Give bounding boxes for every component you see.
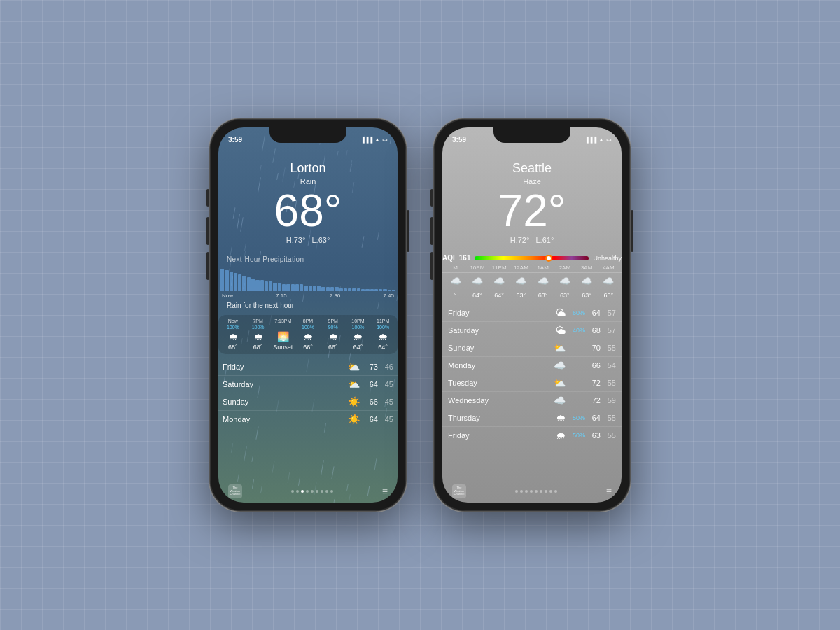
- page-dot[interactable]: [540, 490, 542, 493]
- notch-2: [493, 127, 570, 143]
- p1-daily-forecast: Friday ⛅ 73 46 Saturday ⛅ 64 45 Sunday ☀…: [218, 358, 398, 428]
- page-dot[interactable]: [554, 490, 557, 493]
- precip-label-745: 7:45: [383, 293, 394, 299]
- hour-item: 7:13PM -- 🌅 Sunset: [270, 318, 295, 351]
- notch: [270, 127, 346, 143]
- hourly-temp-item: 63°: [598, 292, 620, 299]
- daily-row: Wednesday ☁️ 72 59: [442, 392, 622, 410]
- hourly-label: 10PM: [466, 265, 488, 271]
- hourly-temp-item: 64°: [489, 292, 510, 299]
- power-button-2[interactable]: [631, 210, 634, 252]
- p2-hourly-temps: °64°64°63°63°63°63°63°: [442, 289, 622, 302]
- page-dot[interactable]: [311, 490, 314, 493]
- aqi-dot: [545, 255, 552, 262]
- p2-hourly-icons: ☁️☁️☁️☁️☁️☁️☁️☁️: [442, 273, 622, 289]
- page-dot[interactable]: [530, 490, 533, 493]
- daily-row: Friday 🌥 60% 64 57: [442, 304, 622, 322]
- status-time-1: 3:59: [228, 136, 242, 144]
- p1-hi-lo: H:73° L:63°: [286, 236, 330, 244]
- p1-condition: Rain: [300, 177, 316, 186]
- mute-button-2[interactable]: [430, 189, 433, 206]
- p2-city: Seattle: [512, 161, 552, 176]
- phone-1-screen: 3:59 ▐▐▐ ▲ ▭ Lorton Rain 68° H:73° L:63°…: [218, 127, 398, 503]
- phone-2-content: Seattle Haze 72° H:72° L:61° AQI 161 Unh…: [442, 147, 622, 503]
- hourly-label: 12AM: [510, 265, 532, 271]
- p1-section-label: Next-Hour Precipitation: [218, 255, 304, 263]
- page-dot[interactable]: [330, 490, 333, 493]
- aqi-status: Unhealthy: [593, 255, 622, 262]
- daily-row: Saturday 🌥 40% 68 57: [442, 322, 622, 340]
- precip-bars: [220, 266, 396, 291]
- menu-icon-1[interactable]: ≡: [382, 486, 388, 497]
- phone-1-background: 3:59 ▐▐▐ ▲ ▭ Lorton Rain 68° H:73° L:63°…: [218, 127, 398, 503]
- daily-row: Thursday 🌧 50% 64 55: [442, 410, 622, 427]
- p2-condition: Haze: [523, 177, 541, 186]
- volume-up-button[interactable]: [206, 217, 209, 245]
- hourly-temp-item: 63°: [510, 292, 532, 299]
- p1-rain-message: Rain for the next hour: [218, 302, 294, 309]
- signal-icon: ▐▐▐: [360, 136, 372, 143]
- hourly-icon-item: ☁️: [598, 276, 620, 286]
- page-dot[interactable]: [316, 490, 318, 493]
- daily-row: Monday ☁️ 66 54: [442, 357, 622, 374]
- daily-row: Monday ☀️ 64 45: [218, 411, 398, 428]
- page-indicator-1: [291, 490, 333, 493]
- p1-city: Lorton: [290, 161, 326, 176]
- mute-button[interactable]: [206, 189, 209, 206]
- page-dot[interactable]: [291, 490, 294, 493]
- hour-item: 7PM 100% 🌧 68°: [246, 318, 271, 351]
- status-icons-2: ▐▐▐ ▲ ▭: [584, 136, 612, 143]
- precip-label-now: Now: [222, 293, 233, 299]
- status-time-2: 3:59: [452, 136, 466, 144]
- power-button[interactable]: [407, 210, 410, 252]
- aqi-label: AQI: [442, 254, 455, 262]
- hourly-icon-item: ☁️: [576, 276, 598, 286]
- weather-channel-logo-2: TheWeatherChannel: [452, 484, 466, 498]
- page-dot[interactable]: [515, 490, 518, 493]
- hourly-label: M: [444, 265, 466, 271]
- page-dot[interactable]: [525, 490, 528, 493]
- hourly-label: 11PM: [489, 265, 510, 271]
- hour-item: 11PM 100% 🌧 64°: [370, 318, 396, 351]
- hourly-label: 4AM: [598, 265, 620, 271]
- page-dot[interactable]: [535, 490, 538, 493]
- hourly-temp-item: 64°: [466, 292, 488, 299]
- hourly-icon-item: ☁️: [489, 276, 510, 286]
- page-dot[interactable]: [301, 490, 304, 493]
- status-icons-1: ▐▐▐ ▲ ▭: [360, 136, 388, 143]
- page-dot[interactable]: [550, 490, 552, 493]
- volume-down-button[interactable]: [206, 252, 209, 280]
- daily-row: Friday 🌧 50% 63 55: [442, 427, 622, 444]
- hourly-label: 3AM: [576, 265, 598, 271]
- hour-item: 10PM 100% 🌧 64°: [346, 318, 371, 351]
- aqi-value: 161: [459, 254, 471, 262]
- hourly-icon-item: ☁️: [532, 276, 554, 286]
- page-dot[interactable]: [326, 490, 328, 493]
- menu-icon-2[interactable]: ≡: [606, 486, 612, 497]
- page-dot[interactable]: [296, 490, 299, 493]
- daily-row: Sunday ⛅ 70 55: [442, 340, 622, 357]
- page-dot[interactable]: [306, 490, 309, 493]
- volume-up-button-2[interactable]: [430, 217, 433, 245]
- page-dot[interactable]: [321, 490, 323, 493]
- p1-temperature: 68°: [274, 188, 342, 233]
- hourly-temp-item: 63°: [554, 292, 575, 299]
- phone-1-frame: 3:59 ▐▐▐ ▲ ▭ Lorton Rain 68° H:73° L:63°…: [210, 119, 406, 511]
- signal-icon-2: ▐▐▐: [584, 136, 596, 143]
- precip-chart: Now 7:15 7:30 7:45: [220, 266, 396, 300]
- volume-down-button-2[interactable]: [430, 252, 433, 280]
- phone-1-content: Lorton Rain 68° H:73° L:63° Next-Hour Pr…: [218, 147, 398, 503]
- hourly-label: 1AM: [532, 265, 554, 271]
- p2-high: H:72°: [510, 236, 530, 244]
- p2-temperature: 72°: [498, 188, 566, 233]
- hour-item: 9PM 90% 🌧 66°: [321, 318, 346, 351]
- daily-row: Saturday ⛅ 64 45: [218, 376, 398, 393]
- page-dot[interactable]: [520, 490, 523, 493]
- daily-row: Tuesday ⛅ 72 55: [442, 374, 622, 392]
- aqi-section: AQI 161 Unhealthy: [442, 254, 622, 262]
- p2-daily-forecast: Friday 🌥 60% 64 57 Saturday 🌥 40% 68 57 …: [442, 304, 622, 444]
- wifi-icon-2: ▲: [598, 136, 604, 143]
- p1-hourly-row: Now 100% 🌧 68° 7PM 100% 🌧 68° 7:13PM -- …: [218, 315, 398, 354]
- page-dot[interactable]: [545, 490, 547, 493]
- precip-label-730: 7:30: [330, 293, 341, 299]
